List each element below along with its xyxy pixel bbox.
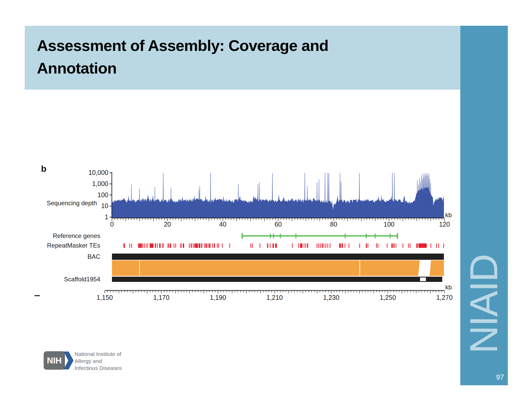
svg-text:10: 10	[101, 202, 108, 209]
svg-text:100: 100	[97, 191, 108, 198]
svg-text:20: 20	[164, 221, 171, 228]
svg-text:40: 40	[219, 221, 227, 228]
svg-text:1,230: 1,230	[323, 294, 340, 301]
nih-chevron-icon	[63, 351, 74, 370]
nih-logo-text: NIH	[47, 356, 62, 366]
svg-text:1: 1	[105, 213, 108, 221]
svg-text:1,000: 1,000	[92, 180, 108, 187]
nih-name-line1: National Institute of	[75, 350, 122, 357]
nih-name-line2: Allergy and	[75, 357, 122, 364]
nih-logo-box: NIH	[44, 351, 65, 370]
svg-text:0: 0	[110, 221, 114, 228]
svg-text:80: 80	[330, 221, 337, 228]
svg-text:1,210: 1,210	[267, 294, 283, 301]
slide: Assessment of Assembly: Coverage and Ann…	[0, 0, 532, 411]
coverage-figure: 10,0001,0001001010204060801001201,1501,1…	[0, 0, 532, 411]
nih-name-line3: Infectious Diseases	[75, 364, 122, 372]
svg-text:1,150: 1,150	[97, 294, 113, 301]
svg-text:10,000: 10,000	[89, 169, 108, 176]
svg-text:100: 100	[384, 221, 395, 228]
svg-text:60: 60	[275, 221, 282, 228]
nih-institute-name: National Institute of Allergy and Infect…	[75, 350, 122, 372]
svg-text:120: 120	[439, 221, 450, 228]
svg-text:1,270: 1,270	[436, 294, 453, 301]
svg-text:1,250: 1,250	[380, 294, 396, 301]
svg-text:1,190: 1,190	[210, 294, 226, 301]
svg-text:1,170: 1,170	[153, 294, 170, 301]
